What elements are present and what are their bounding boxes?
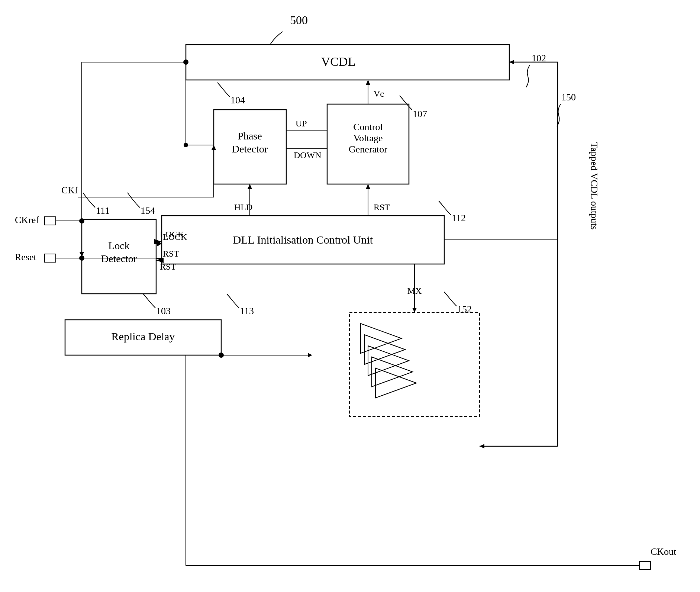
ref-500: 500 bbox=[290, 13, 308, 27]
vc-signal: Vc bbox=[374, 89, 384, 99]
svg-rect-0 bbox=[0, 0, 700, 592]
ref-150: 150 bbox=[561, 92, 576, 103]
svg-rect-31 bbox=[639, 562, 651, 570]
ref-111: 111 bbox=[96, 205, 110, 216]
rst-to-cvg-signal: RST bbox=[374, 202, 390, 212]
cvg-label-1: Control bbox=[353, 122, 383, 132]
ckf-signal: CKf bbox=[61, 185, 78, 196]
ref-112: 112 bbox=[452, 213, 466, 223]
vcdl-label: VCDL bbox=[321, 55, 356, 68]
hld-signal: HLD bbox=[234, 202, 252, 212]
replica-delay-label: Replica Delay bbox=[112, 330, 175, 342]
dll-init-label: DLL Initialisation Control Unit bbox=[233, 234, 373, 246]
down-signal: DOWN bbox=[294, 150, 322, 160]
phase-detector-label-1: Phase bbox=[238, 130, 262, 142]
ref-104: 104 bbox=[230, 95, 245, 106]
phase-detector-label-2: Detector bbox=[232, 143, 268, 155]
lock-label: LOCK bbox=[160, 229, 184, 239]
rst-label-2: RST bbox=[160, 262, 176, 271]
ckout-signal: CKout bbox=[651, 546, 677, 557]
ref-107: 107 bbox=[413, 109, 427, 119]
tapped-vcdl-label: Tapped VCDL outputs bbox=[589, 142, 600, 229]
circuit-diagram: 500 VCDL 102 150 Tapped VCDL outputs Pha… bbox=[0, 0, 700, 592]
rst-to-lock-signal: RST bbox=[163, 249, 179, 258]
mux-block bbox=[349, 312, 480, 416]
cvg-label-2: Voltage bbox=[354, 133, 383, 144]
lock-detector-label-1: Lock bbox=[108, 240, 130, 251]
up-signal: UP bbox=[296, 119, 307, 128]
reset-signal: Reset bbox=[15, 252, 37, 263]
ref-113: 113 bbox=[240, 306, 254, 316]
ckref-signal: CKref bbox=[15, 215, 39, 225]
svg-rect-19 bbox=[45, 217, 56, 225]
ref-154: 154 bbox=[141, 205, 155, 216]
lock-detector-label-2: Detector bbox=[101, 253, 137, 264]
cvg-label-3: Generator bbox=[349, 144, 387, 155]
ref-103: 103 bbox=[156, 306, 171, 316]
svg-point-30 bbox=[79, 255, 84, 261]
svg-rect-28 bbox=[45, 254, 56, 262]
